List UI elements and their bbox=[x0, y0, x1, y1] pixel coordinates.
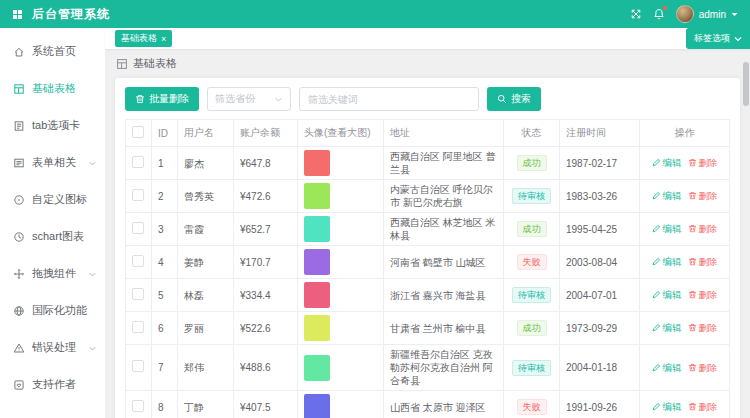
status-badge: 失败 bbox=[517, 254, 547, 270]
main-area: 基础表格 × 标签选项 基础表格 bbox=[105, 28, 750, 418]
table-row: 7郑伟¥488.6新疆维吾尔自治区 克孜勒苏柯尔克孜自治州 阿合奇县待审核200… bbox=[126, 345, 730, 391]
cell-register-date: 1991-09-26 bbox=[560, 391, 640, 418]
select-all-checkbox[interactable] bbox=[132, 126, 144, 138]
chevron-down-icon bbox=[88, 343, 97, 352]
user-avatar-thumbnail[interactable] bbox=[304, 355, 330, 381]
sidebar-item-drag[interactable]: 拖拽组件 bbox=[0, 255, 105, 292]
delete-button[interactable]: 删除 bbox=[688, 156, 718, 169]
sidebar-item-basic-table[interactable]: 基础表格 bbox=[0, 70, 105, 107]
edit-button[interactable]: 编辑 bbox=[652, 400, 682, 413]
sidebar-item-custom-icon[interactable]: 自定义图标 bbox=[0, 181, 105, 218]
pen-icon bbox=[652, 363, 661, 372]
batch-delete-button[interactable]: 批量删除 bbox=[125, 87, 199, 111]
edit-button[interactable]: 编辑 bbox=[652, 288, 682, 301]
sidebar-item-i18n[interactable]: 国际化功能 bbox=[0, 292, 105, 329]
delete-button[interactable]: 删除 bbox=[688, 255, 718, 268]
user-avatar-thumbnail[interactable] bbox=[304, 150, 330, 176]
notification-bell-icon[interactable] bbox=[653, 8, 665, 20]
sidebar-item-error[interactable]: 错误处理 bbox=[0, 329, 105, 366]
user-avatar[interactable] bbox=[676, 5, 694, 23]
edit-button[interactable]: 编辑 bbox=[652, 255, 682, 268]
sidebar-item-label: 国际化功能 bbox=[32, 303, 87, 318]
sidebar-item-label: 基础表格 bbox=[32, 81, 76, 96]
user-avatar-thumbnail[interactable] bbox=[304, 216, 330, 242]
row-checkbox[interactable] bbox=[132, 222, 144, 234]
sidebar-item-label: 支持作者 bbox=[32, 377, 76, 392]
table-row: 5林磊¥334.4浙江省 嘉兴市 海盐县待审核2004-07-01编辑删除 bbox=[126, 279, 730, 312]
sidebar-item-label: 拖拽组件 bbox=[32, 266, 76, 281]
table-row: 3雷霞¥652.7西藏自治区 林芝地区 米林县成功1995-04-25编辑删除 bbox=[126, 213, 730, 246]
sidebar-item-form[interactable]: 表单相关 bbox=[0, 144, 105, 181]
user-avatar-thumbnail[interactable] bbox=[304, 282, 330, 308]
sidebar-item-label: 错误处理 bbox=[32, 340, 76, 355]
scrollbar-thumb[interactable] bbox=[743, 62, 749, 106]
sidebar-item-support[interactable]: 支持作者 bbox=[0, 366, 105, 403]
delete-button[interactable]: 删除 bbox=[688, 361, 718, 374]
cell-register-date: 1983-03-26 bbox=[560, 180, 640, 213]
row-checkbox[interactable] bbox=[132, 288, 144, 300]
edit-button[interactable]: 编辑 bbox=[652, 156, 682, 169]
chevron-down-icon bbox=[88, 158, 97, 167]
pen-icon bbox=[652, 191, 661, 200]
cell-address: 西藏自治区 林芝地区 米林县 bbox=[384, 213, 504, 246]
cell-address: 西藏自治区 阿里地区 普兰县 bbox=[384, 147, 504, 180]
cell-balance: ¥488.6 bbox=[234, 345, 298, 391]
sidebar: 系统首页基础表格tab选项卡表单相关自定义图标schart图表拖拽组件国际化功能… bbox=[0, 28, 105, 418]
breadcrumb: 基础表格 bbox=[116, 56, 740, 71]
edit-button[interactable]: 编辑 bbox=[652, 321, 682, 334]
cell-address: 新疆维吾尔自治区 克孜勒苏柯尔克孜自治州 阿合奇县 bbox=[384, 345, 504, 391]
user-avatar-thumbnail[interactable] bbox=[304, 315, 330, 341]
top-header: 后台管理系统 admin bbox=[0, 0, 750, 28]
search-button[interactable]: 搜索 bbox=[487, 87, 541, 111]
cell-id: 5 bbox=[152, 279, 178, 312]
warning-icon bbox=[13, 342, 25, 354]
delete-button[interactable]: 删除 bbox=[688, 189, 718, 202]
trash-icon bbox=[688, 402, 697, 411]
tab-close-icon[interactable]: × bbox=[161, 35, 166, 43]
row-checkbox[interactable] bbox=[132, 321, 144, 333]
edit-button[interactable]: 编辑 bbox=[652, 189, 682, 202]
row-checkbox[interactable] bbox=[132, 255, 144, 267]
user-avatar-thumbnail[interactable] bbox=[304, 394, 330, 418]
sidebar-item-home[interactable]: 系统首页 bbox=[0, 33, 105, 70]
row-checkbox[interactable] bbox=[132, 189, 144, 201]
chart-icon bbox=[13, 231, 25, 243]
cell-id: 1 bbox=[152, 147, 178, 180]
edit-button[interactable]: 编辑 bbox=[652, 361, 682, 374]
user-menu[interactable]: admin bbox=[676, 5, 738, 23]
chevron-down-icon bbox=[88, 269, 97, 278]
keyword-input[interactable] bbox=[299, 87, 479, 111]
column-header: 账户余额 bbox=[234, 120, 298, 147]
delete-button[interactable]: 删除 bbox=[688, 321, 718, 334]
column-header: 注册时间 bbox=[560, 120, 640, 147]
page-title: 基础表格 bbox=[133, 56, 177, 71]
tab-basic-table[interactable]: 基础表格 × bbox=[115, 30, 172, 47]
edit-button[interactable]: 编辑 bbox=[652, 222, 682, 235]
delete-button[interactable]: 删除 bbox=[688, 288, 718, 301]
cell-address: 甘肃省 兰州市 榆中县 bbox=[384, 312, 504, 345]
user-avatar-thumbnail[interactable] bbox=[304, 183, 330, 209]
province-select[interactable]: 筛选省份 bbox=[207, 87, 291, 111]
sidebar-item-label: tab选项卡 bbox=[32, 118, 80, 133]
user-avatar-thumbnail[interactable] bbox=[304, 249, 330, 275]
form-icon bbox=[13, 157, 25, 169]
trash-icon bbox=[688, 257, 697, 266]
row-checkbox[interactable] bbox=[132, 360, 144, 372]
pen-icon bbox=[652, 158, 661, 167]
table-header-row: ID用户名账户余额头像(查看大图)地址状态注册时间操作 bbox=[126, 120, 730, 147]
row-checkbox[interactable] bbox=[132, 400, 144, 412]
trash-icon bbox=[688, 191, 697, 200]
tag-options-button[interactable]: 标签选项 bbox=[686, 28, 750, 49]
sidebar-item-tab[interactable]: tab选项卡 bbox=[0, 107, 105, 144]
pen-icon bbox=[652, 224, 661, 233]
vertical-scrollbar[interactable] bbox=[743, 50, 749, 415]
fullscreen-icon[interactable] bbox=[630, 8, 642, 20]
delete-button[interactable]: 删除 bbox=[688, 400, 718, 413]
cell-id: 6 bbox=[152, 312, 178, 345]
apps-grid-icon[interactable] bbox=[12, 9, 23, 20]
delete-button[interactable]: 删除 bbox=[688, 222, 718, 235]
row-checkbox[interactable] bbox=[132, 156, 144, 168]
sidebar-item-schart[interactable]: schart图表 bbox=[0, 218, 105, 255]
cell-balance: ¥334.4 bbox=[234, 279, 298, 312]
table-breadcrumb-icon bbox=[116, 58, 128, 70]
